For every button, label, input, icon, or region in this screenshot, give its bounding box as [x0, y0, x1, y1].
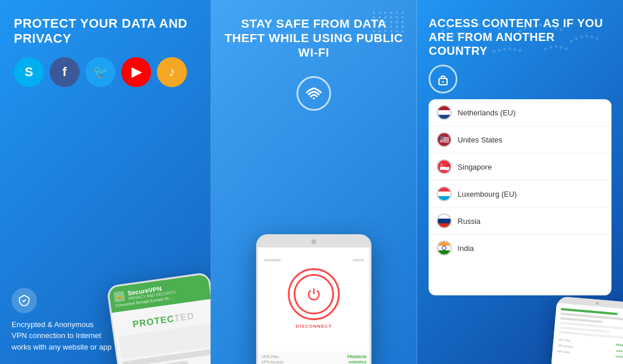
skype-icon: S: [14, 57, 44, 87]
flag-netherlands: [437, 105, 452, 120]
vpn-access-row: VPN Access unlimited: [261, 360, 366, 364]
country-item-singapore[interactable]: 🇸🇬 Singapore: [429, 153, 611, 181]
phone-device-3: VPN Plan PREMIUM VPN Access unlimited VP…: [551, 296, 623, 364]
bottom-description: Encrypted & Anonymous VPN connection to …: [12, 319, 111, 353]
country-name-india: India: [457, 244, 474, 253]
country-item-luxembourg[interactable]: Luxembourg (EU): [429, 181, 611, 208]
phone-info-section: VPN Plan PREMIUM VPN Access unlimited VP…: [258, 351, 370, 364]
panel3-title: ACCESS CONTENT AS IF YOU ARE FROM ANOTHE…: [429, 16, 611, 58]
svg-point-55: [442, 81, 444, 83]
panel-protect-privacy: PROTECT YOUR DATA AND PRIVACY S f 🐦 ▶ ♪ …: [0, 0, 211, 364]
panel-another-country: ACCESS CONTENT AS IF YOU ARE FROM ANOTHE…: [417, 0, 623, 364]
disconnect-button[interactable]: [288, 268, 340, 320]
youtube-icon: ▶: [121, 57, 151, 87]
flag-luxembourg: [437, 186, 452, 201]
country-item-russia[interactable]: Russia: [429, 208, 611, 235]
country-name-netherlands: Netherlands (EU): [457, 108, 515, 117]
flag-russia: [437, 213, 452, 228]
country-name-singapore: Singapore: [457, 163, 491, 171]
wifi-icon: [297, 76, 331, 111]
flag-india: [437, 241, 452, 256]
country-name-luxembourg: Luxembourg (EU): [457, 190, 517, 198]
phone-mockup-panel1: 🔒 SecureVPN PRIVACY AND SECURITY Connect…: [112, 279, 211, 364]
flag-singapore: 🇸🇬: [437, 159, 452, 174]
country-name-russia: Russia: [457, 217, 481, 226]
shield-icon: [12, 288, 37, 313]
bottom-info-panel1: Encrypted & Anonymous VPN connection to …: [12, 288, 111, 353]
phone-screen-2: DISCONNECT: [258, 247, 370, 351]
social-icons-row: S f 🐦 ▶ ♪: [14, 57, 197, 87]
twitter-icon: 🐦: [85, 57, 115, 87]
phone-device-2: DISCONNECT VPN Plan PREMIUM VPN Access u…: [256, 234, 371, 364]
country-item-india[interactable]: India: [429, 235, 611, 261]
country-list: Netherlands (EU) 🇺🇸 Unites States 🇸🇬 Sin…: [429, 99, 611, 295]
country-item-netherlands[interactable]: Netherlands (EU): [429, 99, 611, 126]
vpn-plan-row: VPN Plan PREMIUM: [261, 355, 366, 359]
phone-mockup-panel2-container: DISCONNECT VPN Plan PREMIUM VPN Access u…: [223, 122, 406, 352]
power-icon: [294, 274, 334, 314]
phone-top-bar: [258, 236, 370, 247]
phone-device-1: 🔒 SecureVPN PRIVACY AND SECURITY Connect…: [106, 272, 211, 364]
country-item-usa[interactable]: 🇺🇸 Unites States: [429, 126, 611, 153]
panel1-title: PROTECT YOUR DATA AND PRIVACY: [14, 16, 197, 47]
svg-point-0: [313, 97, 315, 100]
phone-screen-3: VPN Plan PREMIUM VPN Access unlimited VP…: [551, 303, 623, 364]
lock-icon: [429, 65, 457, 93]
flag-usa: 🇺🇸: [437, 132, 452, 147]
music-icon: ♪: [157, 57, 187, 87]
dots-decoration: [373, 12, 405, 32]
disconnect-label: DISCONNECT: [296, 324, 332, 329]
facebook-icon: f: [50, 57, 80, 87]
phone-camera: [312, 239, 316, 244]
panel-wifi-safety: STAY SAFE FROM DATA THEFT WHILE USING PU…: [211, 0, 418, 364]
country-name-usa: Unites States: [457, 136, 502, 144]
